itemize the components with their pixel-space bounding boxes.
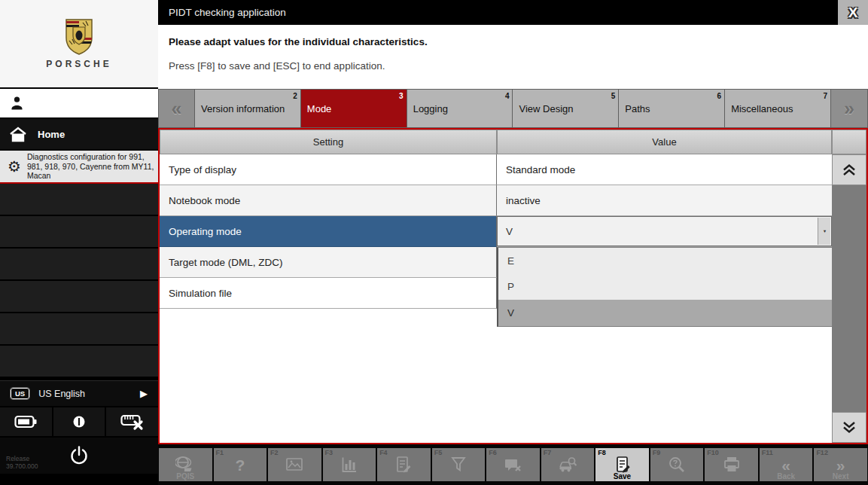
porsche-logo: PORSCHE bbox=[0, 0, 158, 89]
toolbar-pqis-button[interactable]: PQIS bbox=[159, 448, 212, 481]
release-label: Release bbox=[6, 455, 38, 462]
chevron-right-icon: » bbox=[844, 98, 854, 120]
setting-type-of-display[interactable]: Type of display bbox=[160, 154, 497, 185]
toolbar-f2-image-button[interactable]: F2 bbox=[268, 448, 321, 481]
language-selector[interactable]: US US English ▶ bbox=[0, 380, 158, 407]
toolbar-button-label: Next bbox=[814, 472, 867, 480]
tab-paths[interactable]: 6 Paths bbox=[619, 89, 725, 128]
toolbar-f5-filter-button[interactable]: F5 bbox=[432, 448, 486, 481]
toolbar-f4-protocol-button[interactable]: F4 bbox=[377, 448, 431, 481]
tab-mode[interactable]: 3 Mode bbox=[301, 89, 407, 128]
toolbar-f3-chart-button[interactable]: F3 bbox=[323, 448, 376, 481]
fkey-label: F11 bbox=[762, 449, 773, 456]
info-icon bbox=[73, 416, 85, 428]
battery-status-button[interactable] bbox=[0, 407, 52, 436]
status-bar bbox=[0, 407, 158, 438]
info-status-button[interactable] bbox=[52, 407, 105, 436]
window-titlebar: PIDT checking application bbox=[158, 0, 868, 25]
message-icon bbox=[503, 455, 522, 474]
printer-icon bbox=[722, 455, 742, 474]
tab-number: 2 bbox=[293, 90, 297, 102]
sidebar-empty-row bbox=[0, 313, 158, 344]
double-chevron-up-icon bbox=[841, 163, 857, 176]
gear-icon: ⚙ bbox=[8, 159, 21, 174]
instruction-headline: Please adapt values for the individual c… bbox=[169, 36, 868, 47]
sidebar-empty-row bbox=[0, 216, 158, 247]
sidebar-item-home[interactable]: Home bbox=[0, 119, 158, 151]
release-info: Release 39.700.000 bbox=[6, 455, 38, 470]
setting-operating-mode[interactable]: Operating mode bbox=[160, 216, 497, 247]
scrollbar-track[interactable] bbox=[832, 185, 866, 412]
setting-column: Setting Type of display Notebook mode Op… bbox=[160, 130, 497, 443]
instruction-subline: Press [F8] to save and [ESC] to end appl… bbox=[169, 60, 868, 72]
scroll-up-button[interactable] bbox=[832, 154, 866, 185]
sidebar-item-diagnostics-config[interactable]: ⚙ Diagnostics configuration for 991, 981… bbox=[0, 151, 158, 184]
settings-panel: Setting Type of display Notebook mode Op… bbox=[158, 128, 868, 444]
combobox-value: V bbox=[506, 226, 513, 237]
tab-miscellaneous[interactable]: 7 Miscellaneous bbox=[725, 89, 831, 128]
fkey-label: F4 bbox=[379, 449, 388, 456]
tabs-scroll-right-button[interactable]: » bbox=[831, 89, 868, 128]
toolbar-button-label: PQIS bbox=[159, 472, 212, 480]
sidebar-empty-row bbox=[0, 249, 158, 279]
tab-label: Mode bbox=[307, 103, 332, 114]
home-label: Home bbox=[38, 129, 65, 140]
tabs-scroll-left-button[interactable]: « bbox=[158, 89, 195, 128]
tab-number: 4 bbox=[505, 90, 510, 102]
fkey-label: F5 bbox=[434, 449, 443, 456]
window-title: PIDT checking application bbox=[169, 7, 286, 18]
tab-label: Version information bbox=[201, 103, 285, 114]
setting-simulation-file[interactable]: Simulation file bbox=[160, 278, 497, 309]
chevron-left-icon: « bbox=[172, 98, 182, 120]
porsche-wordmark: PORSCHE bbox=[46, 59, 111, 69]
dropdown-option-p[interactable]: P bbox=[498, 274, 832, 300]
value-type-of-display[interactable]: Standard mode bbox=[497, 154, 832, 185]
release-version: 39.700.000 bbox=[6, 462, 38, 470]
protocol-icon bbox=[394, 455, 413, 474]
tester-status-button[interactable] bbox=[105, 407, 158, 436]
tab-view-design[interactable]: 5 View Design bbox=[513, 89, 619, 128]
dropdown-option-v[interactable]: V bbox=[498, 300, 832, 326]
fkey-label: F8 bbox=[598, 449, 606, 456]
tab-version-information[interactable]: 2 Version information bbox=[195, 89, 301, 128]
next-chevrons-icon: » bbox=[836, 457, 845, 473]
toolbar-f6-message-button[interactable]: F6 bbox=[486, 448, 540, 481]
us-flag-icon: US bbox=[11, 388, 29, 399]
tester-disconnected-icon bbox=[120, 413, 144, 431]
close-button[interactable]: X bbox=[835, 0, 868, 25]
filter-funnel-icon bbox=[449, 455, 468, 474]
setting-notebook-mode[interactable]: Notebook mode bbox=[160, 185, 497, 216]
toolbar-f7-vehicle-search-button[interactable]: F7 bbox=[541, 448, 595, 481]
toolbar-f10-print-button[interactable]: F10 bbox=[705, 448, 758, 481]
language-label: US English bbox=[38, 389, 85, 399]
dropdown-option-e[interactable]: E bbox=[498, 248, 832, 274]
toolbar-f8-save-button[interactable]: F8 Save bbox=[595, 448, 649, 481]
fkey-label: F2 bbox=[270, 449, 279, 456]
table-scrollbar bbox=[832, 130, 866, 443]
setting-target-mode[interactable]: Target mode (DML, ZDC) bbox=[160, 247, 497, 278]
fkey-label: F1 bbox=[216, 449, 224, 456]
scrollbar-header-cap bbox=[832, 130, 866, 154]
porsche-crest-icon bbox=[64, 18, 94, 56]
tab-label: Miscellaneous bbox=[731, 103, 793, 114]
operating-mode-combobox[interactable]: V ▼ bbox=[497, 216, 832, 246]
combobox-dropdown-button[interactable]: ▼ bbox=[818, 218, 830, 245]
toolbar-f12-next-button[interactable]: F12 » Next bbox=[814, 448, 867, 481]
vehicle-search-icon bbox=[558, 455, 577, 474]
dropdown-arrow-icon: ▼ bbox=[822, 229, 827, 233]
tab-number: 7 bbox=[823, 90, 827, 102]
tab-logging[interactable]: 4 Logging bbox=[407, 89, 513, 128]
toolbar-f1-help-button[interactable]: F1 ? bbox=[214, 448, 267, 481]
fkey-label: F12 bbox=[816, 449, 828, 456]
battery-icon bbox=[14, 413, 38, 430]
operating-mode-dropdown: E P V bbox=[497, 247, 833, 327]
tab-number: 6 bbox=[717, 90, 722, 102]
toolbar-f9-search-help-button[interactable]: F9 bbox=[650, 448, 704, 481]
toolbar-f11-back-button[interactable]: F11 « Back bbox=[760, 448, 813, 481]
fkey-label: F9 bbox=[653, 449, 661, 456]
power-button[interactable] bbox=[69, 446, 89, 465]
scroll-down-button[interactable] bbox=[832, 412, 866, 443]
fkey-label: F6 bbox=[489, 449, 497, 456]
value-notebook-mode[interactable]: inactive bbox=[497, 185, 832, 216]
user-button[interactable] bbox=[0, 89, 158, 119]
